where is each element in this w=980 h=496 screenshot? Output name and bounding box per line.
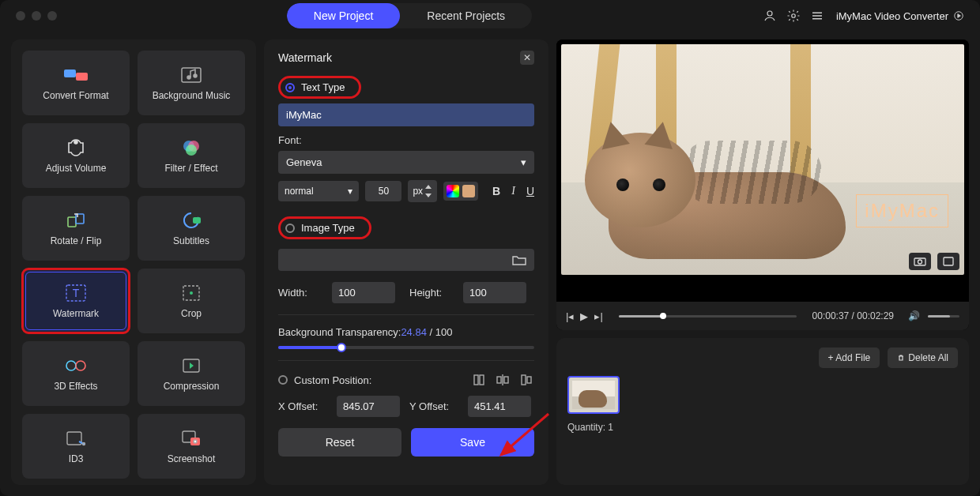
- color-picker[interactable]: [443, 182, 478, 201]
- align-center-button[interactable]: [495, 372, 511, 388]
- svg-rect-27: [474, 375, 478, 385]
- bg-transparency-slider[interactable]: [278, 346, 534, 349]
- tool-3d-effects[interactable]: 3D Effects: [22, 341, 130, 406]
- tool-crop[interactable]: Crop: [138, 269, 245, 333]
- tool-watermark[interactable]: T Watermark: [22, 269, 130, 333]
- tool-sidebar: Convert Format Background Music Adjust V…: [11, 39, 256, 485]
- watermark-panel: Watermark ✕ Text Type Font: Geneva ▾ nor…: [264, 39, 548, 485]
- svg-rect-4: [76, 73, 88, 81]
- chevron-down-icon: ▾: [521, 156, 526, 168]
- tool-subtitles[interactable]: Subtitles: [138, 196, 245, 261]
- svg-rect-30: [504, 377, 508, 383]
- background-music-icon: [178, 65, 205, 85]
- image-type-radio[interactable]: Image Type: [278, 216, 371, 239]
- tool-convert-format[interactable]: Convert Format: [22, 51, 130, 115]
- prev-frame-button[interactable]: |◂: [566, 310, 574, 322]
- playback-time: 00:00:37 / 00:02:29: [812, 310, 894, 321]
- x-offset-input[interactable]: [337, 396, 400, 417]
- seek-slider[interactable]: [619, 315, 797, 318]
- svg-rect-12: [68, 217, 76, 227]
- font-size-input[interactable]: [365, 181, 401, 201]
- next-frame-button[interactable]: ▸|: [594, 310, 602, 322]
- underline-button[interactable]: U: [526, 185, 534, 197]
- tool-filter-effect[interactable]: Filter / Effect: [138, 123, 245, 188]
- color-wheel-icon: [447, 185, 459, 197]
- y-offset-label: Y Offset:: [409, 400, 460, 412]
- preview-frame: iMyMac: [561, 44, 964, 275]
- image-type-label: Image Type: [301, 222, 355, 234]
- tool-background-music[interactable]: Background Music: [138, 51, 245, 115]
- svg-point-26: [194, 440, 197, 443]
- tool-adjust-volume[interactable]: Adjust Volume: [22, 123, 130, 188]
- image-path-field[interactable]: [278, 249, 534, 271]
- watermark-icon: T: [62, 283, 89, 303]
- file-area: + Add File Delete All Quantity: 1: [556, 338, 969, 485]
- screenshot-icon: [178, 428, 205, 449]
- svg-rect-29: [497, 377, 501, 383]
- quantity-label: Quantity: 1: [567, 422, 958, 433]
- volume-slider[interactable]: [928, 315, 959, 318]
- font-size-unit-stepper[interactable]: px: [408, 180, 437, 202]
- crop-icon: [178, 283, 205, 303]
- svg-point-18: [190, 291, 193, 295]
- save-button[interactable]: Save: [411, 428, 534, 457]
- radio-icon: [285, 83, 295, 92]
- width-input[interactable]: [332, 282, 395, 303]
- panel-title: Watermark: [278, 51, 332, 64]
- svg-rect-28: [480, 375, 484, 385]
- radio-icon: [278, 375, 288, 385]
- snapshot-button[interactable]: [909, 253, 931, 270]
- reset-button[interactable]: Reset: [278, 428, 401, 457]
- bold-button[interactable]: B: [492, 185, 500, 197]
- menu-icon[interactable]: [809, 8, 825, 24]
- subtitles-icon: [178, 210, 205, 231]
- font-label: Font:: [278, 134, 534, 146]
- play-button[interactable]: ▶: [580, 310, 588, 322]
- volume-icon[interactable]: 🔊: [908, 310, 920, 321]
- filter-effect-icon: [178, 137, 205, 158]
- svg-point-23: [83, 443, 85, 445]
- tool-label: Rotate / Flip: [51, 235, 102, 246]
- tool-rotate-flip[interactable]: Rotate / Flip: [22, 196, 130, 261]
- align-right-button[interactable]: [518, 372, 534, 388]
- close-window-icon[interactable]: [16, 11, 25, 21]
- svg-point-34: [918, 260, 922, 264]
- tool-label: Screenshot: [168, 453, 216, 464]
- settings-icon[interactable]: [786, 8, 801, 24]
- watermark-overlay: iMyMac: [856, 194, 948, 227]
- close-panel-button[interactable]: ✕: [520, 51, 534, 65]
- tool-label: Convert Format: [43, 90, 108, 101]
- project-tab-switch: New Project Recent Projects: [287, 3, 532, 28]
- tool-id3[interactable]: ID3: [22, 414, 130, 479]
- font-weight-select[interactable]: normal▾: [278, 181, 359, 201]
- watermark-text-input[interactable]: [278, 103, 534, 126]
- convert-format-icon: [62, 65, 89, 85]
- x-offset-label: X Offset:: [278, 400, 329, 412]
- tab-new-project[interactable]: New Project: [287, 3, 400, 28]
- tool-label: Background Music: [153, 90, 231, 101]
- svg-point-0: [767, 11, 772, 16]
- tool-screenshot[interactable]: Screenshot: [138, 414, 245, 479]
- text-type-label: Text Type: [301, 81, 345, 93]
- tool-label: Watermark: [53, 308, 99, 319]
- minimize-window-icon[interactable]: [32, 11, 41, 21]
- account-icon[interactable]: [762, 8, 778, 24]
- svg-point-19: [66, 361, 76, 370]
- italic-button[interactable]: I: [511, 185, 515, 197]
- tool-compression[interactable]: Compression: [138, 341, 245, 406]
- titlebar: New Project Recent Projects iMyMac Video…: [0, 0, 980, 32]
- file-thumbnail[interactable]: [567, 376, 620, 414]
- window-controls: [16, 11, 57, 21]
- height-input[interactable]: [463, 282, 526, 303]
- tab-recent-projects[interactable]: Recent Projects: [400, 3, 532, 28]
- maximize-window-icon[interactable]: [47, 11, 57, 21]
- font-select[interactable]: Geneva ▾: [278, 151, 534, 174]
- fullscreen-button[interactable]: [937, 253, 959, 270]
- y-offset-input[interactable]: [468, 396, 531, 417]
- id3-icon: [62, 428, 89, 449]
- align-left-button[interactable]: [471, 372, 487, 388]
- 3d-effects-icon: [62, 355, 89, 376]
- delete-all-button[interactable]: Delete All: [888, 348, 958, 368]
- add-file-button[interactable]: + Add File: [819, 348, 880, 368]
- text-type-radio[interactable]: Text Type: [278, 76, 361, 99]
